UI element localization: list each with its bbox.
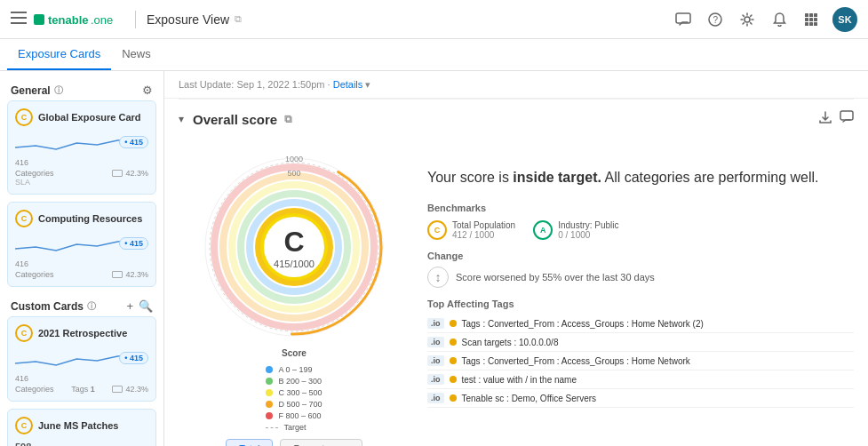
tab-news[interactable]: News — [111, 39, 162, 70]
june-grade: C — [15, 417, 33, 434]
download-icon[interactable] — [818, 110, 832, 128]
legend-dot-a — [266, 366, 273, 373]
gauge-grade: C — [274, 226, 315, 259]
change-text: Score worsened by 55% over the last 30 d… — [456, 272, 655, 283]
svg-text:1000: 1000 — [285, 155, 303, 163]
tag-item-4: .io Tenable sc : Demo, Office Servers — [427, 389, 854, 408]
page-title: Exposure View ⧉ — [147, 12, 242, 27]
tag-dot-1 — [450, 338, 457, 346]
section-title-row: ▾ Overall score ⧉ — [179, 110, 854, 128]
hamburger-menu-icon[interactable] — [11, 12, 27, 27]
legend-dot-b — [266, 378, 273, 385]
chat-icon[interactable] — [673, 9, 694, 30]
benchmark-grade-c: C — [427, 220, 447, 240]
june-ms-card[interactable]: C June MS Patches 598 — [7, 409, 156, 446]
tab-total-button[interactable]: Total — [226, 439, 273, 446]
card-title-computing: Computing Resources — [38, 213, 148, 224]
overall-score-section: ▾ Overall score ⧉ — [164, 100, 868, 149]
add-card-icon[interactable]: + — [126, 299, 133, 313]
section-actions — [818, 110, 854, 128]
legend-target: Target — [266, 423, 322, 432]
global-exposure-card[interactable]: C Global Exposure Card • 415 416 Categor… — [7, 100, 156, 195]
legend-dot-c — [266, 389, 273, 396]
general-section-actions: ⚙ — [142, 84, 153, 97]
section-collapse-icon[interactable]: ▾ — [179, 113, 184, 125]
search-card-icon[interactable]: 🔍 — [139, 299, 153, 313]
settings-icon[interactable] — [737, 9, 758, 30]
tag-text-3: test : value with / in the name — [462, 375, 855, 385]
computing-resources-card[interactable]: C Computing Resources • 415 416 Categori… — [7, 202, 156, 287]
retro-chart: • 415 — [15, 346, 148, 370]
change-row: ↕ Score worsened by 55% over the last 30… — [427, 267, 854, 288]
june-score: 598 — [15, 438, 148, 446]
sla-icon — [112, 170, 123, 177]
section-title-icon[interactable]: ⧉ — [284, 113, 292, 125]
general-settings-icon[interactable]: ⚙ — [142, 84, 153, 97]
svg-rect-10 — [805, 13, 808, 17]
benchmark-industry-public: A Industry: Public 0 / 1000 — [533, 220, 618, 240]
legend-dash-target — [266, 427, 278, 428]
score-message: Your score is inside target. All categor… — [427, 167, 854, 188]
tab-exposure-cards[interactable]: Exposure Cards — [7, 39, 111, 70]
retro-score-badge: • 415 — [119, 352, 148, 364]
june-title: June MS Patches — [38, 420, 148, 431]
bell-icon[interactable] — [768, 9, 790, 30]
retro-card-footer: Categories Tags 1 42.3% — [15, 385, 148, 394]
tag-text-1: Scan targets : 10.0.0.0/8 — [462, 338, 855, 347]
general-section-header: General ⓘ ⚙ — [7, 78, 156, 100]
general-info-icon[interactable]: ⓘ — [54, 84, 63, 97]
svg-rect-2 — [11, 22, 27, 24]
user-avatar[interactable]: SK — [832, 7, 857, 32]
tag-dot-0 — [450, 320, 457, 327]
gauge-container: 1000 500 C 415/1000 Score — [179, 149, 410, 446]
tag-item-2: .io Tags : Converted_From : Access_Group… — [427, 352, 854, 370]
retrospective-card[interactable]: C 2021 Retrospective • 415 416 Categorie… — [7, 316, 156, 402]
legend-a: A 0 – 199 — [266, 365, 322, 374]
grid-icon[interactable] — [800, 9, 822, 30]
score-legend-label: Score — [282, 348, 307, 358]
main-content: Last Update: Sep 1, 2022 1:50pm · Detail… — [164, 71, 868, 446]
logo: tenable .one — [34, 11, 114, 28]
top-affecting-tags-label: Top Affecting Tags — [427, 299, 854, 309]
legend-b: B 200 – 300 — [266, 377, 322, 386]
global-card-chart: • 415 — [15, 130, 148, 155]
svg-text:tenable: tenable — [48, 13, 89, 27]
score-legend: A 0 – 199 B 200 – 300 C 300 – 500 — [257, 365, 330, 432]
svg-point-9 — [745, 17, 750, 22]
card-title-global: Global Exposure Card — [38, 112, 148, 123]
details-link[interactable]: Details — [333, 79, 363, 90]
retro-sla-icon — [112, 386, 123, 393]
score-info: Your score is inside target. All categor… — [427, 149, 854, 446]
custom-info-icon[interactable]: ⓘ — [87, 300, 96, 313]
svg-rect-12 — [814, 13, 817, 17]
benchmarks-label: Benchmarks — [427, 203, 854, 213]
title-icon: ⧉ — [235, 13, 242, 25]
last-update-text: Last Update: Sep 1, 2022 1:50pm · Detail… — [179, 79, 370, 90]
computing-sla-icon — [112, 271, 123, 278]
benchmark-grade-a: A — [533, 220, 553, 240]
card-grade-computing: C — [15, 210, 33, 227]
tag-item-0: .io Tags : Converted_From : Access_Group… — [427, 315, 854, 333]
tag-dot-3 — [450, 376, 457, 383]
retro-start-score: 416 — [15, 374, 148, 383]
retro-sla-value: 42.3% — [125, 385, 148, 394]
tab-buttons: Total Per category — [226, 439, 362, 446]
sla-section: 42.3% — [112, 169, 148, 178]
retro-title: 2021 Retrospective — [38, 328, 148, 338]
legend-dot-d — [266, 401, 273, 408]
retro-grade: C — [15, 324, 33, 342]
svg-rect-19 — [840, 111, 853, 120]
svg-text:?: ? — [713, 15, 719, 25]
computing-sla-value: 42.3% — [125, 270, 148, 279]
tag-dot-4 — [450, 394, 457, 402]
benchmark1-value: 412 / 1000 — [452, 230, 515, 240]
tab-per-category-button[interactable]: Per category — [280, 439, 362, 446]
tag-text-4: Tenable sc : Demo, Office Servers — [462, 394, 855, 403]
sla-value: 42.3% — [125, 169, 148, 178]
svg-rect-3 — [34, 14, 44, 25]
categories-label: Categories — [15, 169, 54, 178]
global-score-badge: • 415 — [119, 136, 148, 148]
help-icon[interactable]: ? — [705, 9, 726, 30]
comment-icon[interactable] — [840, 110, 854, 128]
tag-text-0: Tags : Converted_From : Access_Groups : … — [462, 319, 855, 329]
